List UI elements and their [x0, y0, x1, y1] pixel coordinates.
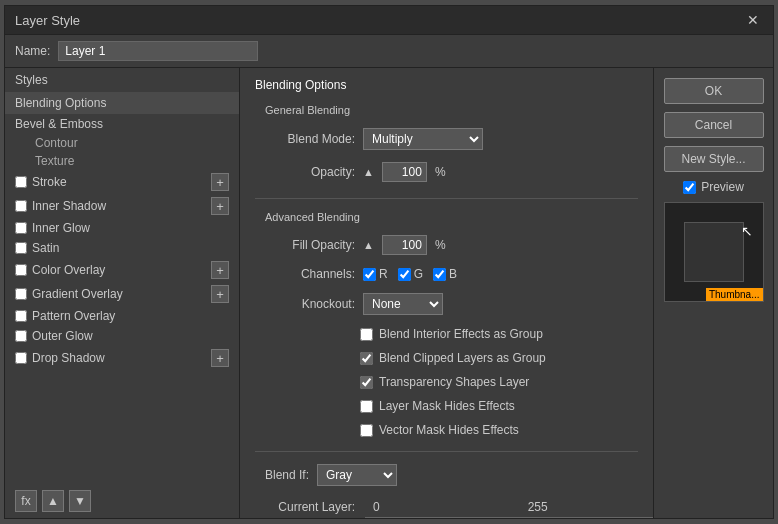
- center-panel: Blending Options General Blending Blend …: [240, 68, 653, 518]
- channel-b-label: B: [449, 267, 457, 281]
- fx-button[interactable]: fx: [15, 490, 37, 512]
- sidebar-item-bevel[interactable]: Bevel & Emboss: [5, 114, 239, 134]
- color-overlay-label: Color Overlay: [32, 263, 105, 277]
- outer-glow-checkbox[interactable]: [15, 330, 27, 342]
- gradient-overlay-checkbox[interactable]: [15, 288, 27, 300]
- knockout-select[interactable]: None Shallow Deep: [363, 293, 443, 315]
- sidebar-item-drop-shadow[interactable]: Drop Shadow +: [5, 346, 239, 370]
- fill-opacity-unit: %: [435, 238, 446, 252]
- drop-shadow-checkbox[interactable]: [15, 352, 27, 364]
- channel-r-item[interactable]: R: [363, 267, 388, 281]
- new-style-button[interactable]: New Style...: [664, 146, 764, 172]
- layer-style-dialog: Layer Style ✕ Name: Styles Blending Opti…: [4, 5, 774, 519]
- current-layer-max: 255: [528, 500, 548, 514]
- cursor-icon: ↖: [741, 223, 753, 239]
- blend-clipped-checkbox[interactable]: [360, 352, 373, 365]
- blending-options-item[interactable]: Blending Options: [5, 92, 239, 114]
- transparency-label: Transparency Shapes Layer: [379, 375, 529, 389]
- inner-glow-checkbox[interactable]: [15, 222, 27, 234]
- layer-name-input[interactable]: [58, 41, 258, 61]
- styles-header: Styles: [5, 68, 239, 92]
- name-bar: Name:: [5, 35, 773, 68]
- opacity-input[interactable]: [382, 162, 427, 182]
- channel-g-checkbox[interactable]: [398, 268, 411, 281]
- move-down-button[interactable]: ▼: [69, 490, 91, 512]
- drop-shadow-add-button[interactable]: +: [211, 349, 229, 367]
- layer-mask-checkbox[interactable]: [360, 400, 373, 413]
- current-layer-min: 0: [373, 500, 380, 514]
- sidebar-item-texture[interactable]: Texture: [5, 152, 239, 170]
- blend-mode-label: Blend Mode:: [265, 132, 355, 146]
- outer-glow-label: Outer Glow: [32, 329, 93, 343]
- thumbnail-area: Thumbna... ↖: [664, 202, 764, 302]
- bottom-icons: fx ▲ ▼: [5, 484, 239, 518]
- blend-clipped-row: Blend Clipped Layers as Group: [255, 351, 638, 365]
- sidebar-item-contour[interactable]: Contour: [5, 134, 239, 152]
- layer-mask-row: Layer Mask Hides Effects: [255, 399, 638, 413]
- vector-mask-label: Vector Mask Hides Effects: [379, 423, 519, 437]
- channel-b-item[interactable]: B: [433, 267, 457, 281]
- opacity-label: Opacity:: [265, 165, 355, 179]
- channel-r-checkbox[interactable]: [363, 268, 376, 281]
- current-layer-slider-container: [365, 517, 653, 518]
- channel-g-item[interactable]: G: [398, 267, 423, 281]
- inner-shadow-label: Inner Shadow: [32, 199, 106, 213]
- transparency-checkbox[interactable]: [360, 376, 373, 389]
- sidebar-item-pattern-overlay[interactable]: Pattern Overlay: [5, 306, 239, 326]
- blend-interior-label: Blend Interior Effects as Group: [379, 327, 543, 341]
- blend-mode-select[interactable]: Multiply Normal Screen: [363, 128, 483, 150]
- vector-mask-checkbox[interactable]: [360, 424, 373, 437]
- opacity-slider-icon: ▲: [363, 166, 374, 178]
- current-layer-section: Current Layer: 0 255: [255, 500, 638, 518]
- inner-glow-label: Inner Glow: [32, 221, 90, 235]
- color-overlay-checkbox[interactable]: [15, 264, 27, 276]
- left-panel: Styles Blending Options Bevel & Emboss C…: [5, 68, 240, 518]
- sidebar-item-satin[interactable]: Satin: [5, 238, 239, 258]
- fill-opacity-slider-icon: ▲: [363, 239, 374, 251]
- inner-shadow-checkbox[interactable]: [15, 200, 27, 212]
- sidebar-item-color-overlay[interactable]: Color Overlay +: [5, 258, 239, 282]
- inner-shadow-add-button[interactable]: +: [211, 197, 229, 215]
- gradient-overlay-add-button[interactable]: +: [211, 285, 229, 303]
- stroke-add-button[interactable]: +: [211, 173, 229, 191]
- pattern-overlay-checkbox[interactable]: [15, 310, 27, 322]
- fill-opacity-row: Fill Opacity: ▲ %: [255, 235, 638, 255]
- blend-if-label: Blend If:: [265, 468, 309, 482]
- blend-interior-checkbox[interactable]: [360, 328, 373, 341]
- blend-clipped-label: Blend Clipped Layers as Group: [379, 351, 546, 365]
- channels-label: Channels:: [265, 267, 355, 281]
- color-overlay-add-button[interactable]: +: [211, 261, 229, 279]
- blend-if-row: Blend If: Gray Red Green Blue: [255, 464, 638, 486]
- channel-b-checkbox[interactable]: [433, 268, 446, 281]
- close-button[interactable]: ✕: [743, 12, 763, 28]
- ok-button[interactable]: OK: [664, 78, 764, 104]
- satin-label: Satin: [32, 241, 59, 255]
- main-content: Styles Blending Options Bevel & Emboss C…: [5, 68, 773, 518]
- title-bar: Layer Style ✕: [5, 6, 773, 35]
- layer-mask-label: Layer Mask Hides Effects: [379, 399, 515, 413]
- preview-checkbox[interactable]: [683, 181, 696, 194]
- sidebar-item-stroke[interactable]: Stroke +: [5, 170, 239, 194]
- sidebar-item-inner-shadow[interactable]: Inner Shadow +: [5, 194, 239, 218]
- current-layer-slider-track[interactable]: [365, 517, 653, 518]
- cancel-button[interactable]: Cancel: [664, 112, 764, 138]
- blend-if-select[interactable]: Gray Red Green Blue: [317, 464, 397, 486]
- current-layer-label: Current Layer:: [265, 500, 355, 514]
- move-up-button[interactable]: ▲: [42, 490, 64, 512]
- fill-opacity-input[interactable]: [382, 235, 427, 255]
- pattern-overlay-label: Pattern Overlay: [32, 309, 115, 323]
- fill-opacity-label: Fill Opacity:: [265, 238, 355, 252]
- right-panel: OK Cancel New Style... Preview Thumbna..…: [653, 68, 773, 518]
- general-blending-title: General Blending: [255, 104, 638, 116]
- satin-checkbox[interactable]: [15, 242, 27, 254]
- stroke-checkbox[interactable]: [15, 176, 27, 188]
- transparency-row: Transparency Shapes Layer: [255, 375, 638, 389]
- blend-mode-row: Blend Mode: Multiply Normal Screen: [255, 128, 638, 150]
- knockout-label: Knockout:: [265, 297, 355, 311]
- sidebar-item-gradient-overlay[interactable]: Gradient Overlay +: [5, 282, 239, 306]
- sidebar-item-inner-glow[interactable]: Inner Glow: [5, 218, 239, 238]
- channel-g-label: G: [414, 267, 423, 281]
- sidebar-item-outer-glow[interactable]: Outer Glow: [5, 326, 239, 346]
- preview-label: Preview: [701, 180, 744, 194]
- thumbnail-label: Thumbna...: [706, 288, 763, 301]
